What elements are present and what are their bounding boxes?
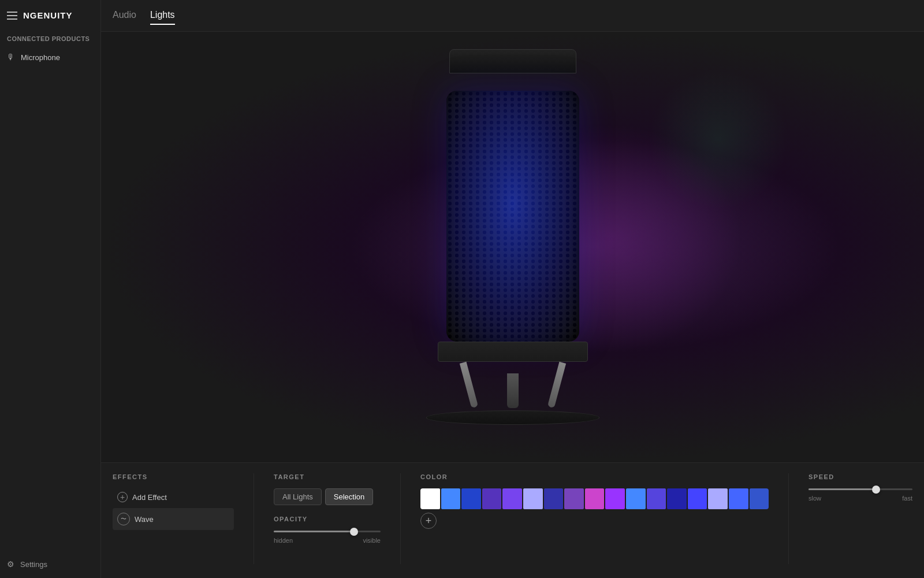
sidebar-header: NGENUITY <box>0 0 100 31</box>
opacity-slider-thumb[interactable] <box>350 528 358 536</box>
sidebar-item-microphone[interactable]: 🎙 Microphone <box>0 47 100 68</box>
mic-leg-right <box>547 362 565 408</box>
hamburger-menu-icon[interactable] <box>7 12 17 20</box>
sidebar-settings[interactable]: ⚙ Settings <box>0 550 100 578</box>
microphone-icon: 🎙 <box>7 53 15 62</box>
effect-item-wave[interactable]: 〜 Wave <box>113 508 234 530</box>
connected-products-label: Connected Products <box>0 31 100 47</box>
brand-name: NGENUITY <box>23 10 73 20</box>
color-segment[interactable] <box>708 488 728 509</box>
add-color-button[interactable]: + <box>420 513 437 529</box>
opacity-label-min: hidden <box>274 537 293 544</box>
color-segment[interactable] <box>523 488 543 509</box>
color-segment[interactable] <box>626 488 646 509</box>
color-segment[interactable] <box>605 488 625 509</box>
speed-section: SPEED slow fast <box>808 473 912 564</box>
top-navigation: Audio Lights <box>101 0 924 32</box>
color-segment[interactable] <box>564 488 584 509</box>
speed-label-min: slow <box>808 495 821 502</box>
settings-icon: ⚙ <box>7 560 14 569</box>
settings-label: Settings <box>20 560 47 569</box>
speed-slider-fill <box>808 488 876 490</box>
effects-section-title: EFFECTS <box>113 473 234 480</box>
color-gradient-bar[interactable] <box>420 488 769 509</box>
mic-leg-center <box>507 373 519 408</box>
target-section-title: TARGET <box>274 473 381 480</box>
tab-audio[interactable]: Audio <box>113 6 136 25</box>
opacity-slider-fill <box>274 531 354 532</box>
wave-effect-label: Wave <box>135 515 154 524</box>
speed-labels: slow fast <box>808 495 912 502</box>
color-segment[interactable] <box>729 488 748 509</box>
target-selection-button[interactable]: Selection <box>325 488 373 505</box>
mic-top-cap <box>449 49 576 73</box>
sidebar-device-label: Microphone <box>21 53 60 62</box>
microphone-visual-area <box>101 32 924 462</box>
color-segment[interactable] <box>461 488 481 509</box>
color-section: COLOR + <box>420 473 769 564</box>
speed-slider-container <box>808 488 912 490</box>
speed-section-title: SPEED <box>808 473 912 480</box>
mic-blue-glow <box>446 91 579 342</box>
color-segment[interactable] <box>502 488 522 509</box>
sidebar: NGENUITY Connected Products 🎙 Microphone… <box>0 0 101 578</box>
effects-section: EFFECTS + Add Effect 〜 Wave <box>113 473 234 564</box>
tab-lights[interactable]: Lights <box>150 6 175 25</box>
color-segment[interactable] <box>420 488 440 509</box>
wave-effect-icon: 〜 <box>117 513 130 525</box>
mic-base <box>438 342 588 362</box>
color-segment[interactable] <box>688 488 707 509</box>
color-segment[interactable] <box>544 488 564 509</box>
target-section: TARGET All Lights Selection OPACITY hidd… <box>274 473 381 564</box>
divider-1 <box>254 473 254 564</box>
add-effect-label: Add Effect <box>132 493 167 502</box>
microphone-visual <box>415 32 611 425</box>
main-content: Audio Lights EFFECTS + <box>101 0 924 578</box>
color-segment[interactable] <box>482 488 502 509</box>
opacity-labels: hidden visible <box>274 537 381 544</box>
opacity-slider-container <box>274 531 381 532</box>
color-segment[interactable] <box>441 488 461 509</box>
bottom-panel: EFFECTS + Add Effect 〜 Wave TARGET All L… <box>101 462 924 578</box>
speed-label-max: fast <box>902 495 912 502</box>
mic-bottom-plate <box>426 410 599 425</box>
color-segment[interactable] <box>667 488 687 509</box>
color-segment[interactable] <box>585 488 605 509</box>
divider-3 <box>788 473 789 564</box>
target-all-lights-button[interactable]: All Lights <box>274 488 322 505</box>
opacity-section-title: OPACITY <box>274 516 381 523</box>
add-effect-icon: + <box>117 492 128 502</box>
color-section-title: COLOR <box>420 473 769 480</box>
mic-body <box>446 91 579 342</box>
speed-slider-thumb[interactable] <box>872 486 880 494</box>
speed-slider-track <box>808 488 912 490</box>
mic-leg-left <box>459 362 478 408</box>
divider-2 <box>400 473 401 564</box>
color-segment[interactable] <box>647 488 666 509</box>
target-buttons-group: All Lights Selection <box>274 488 381 505</box>
opacity-slider-track <box>274 531 381 532</box>
opacity-label-max: visible <box>363 537 381 544</box>
mic-stand <box>465 362 560 408</box>
add-effect-button[interactable]: + Add Effect <box>113 488 234 506</box>
color-segment[interactable] <box>750 488 769 509</box>
